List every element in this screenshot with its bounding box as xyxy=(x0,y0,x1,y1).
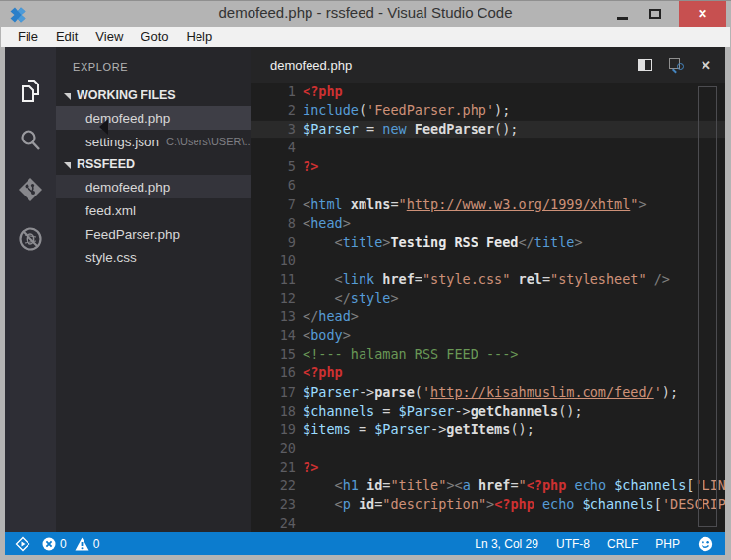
code-line[interactable]: 10 xyxy=(251,252,725,270)
code-line[interactable]: 16<?php xyxy=(251,364,725,382)
file-item-feed.xml[interactable]: feed.xml xyxy=(56,198,251,222)
code-token xyxy=(471,477,478,493)
feedback-smiley-icon[interactable] xyxy=(698,536,713,552)
line-number: 15 xyxy=(251,345,296,364)
section-label: RSSFEED xyxy=(77,157,135,171)
code-token: $items xyxy=(303,421,351,437)
menu-item-edit[interactable]: Edit xyxy=(47,27,86,47)
status-left: 0 0 xyxy=(5,536,475,552)
encoding-indicator[interactable]: UTF-8 xyxy=(556,537,590,551)
code-line[interactable]: 19$items = $Parser->getItems(); xyxy=(251,420,725,439)
code-line[interactable]: 18$channels = $Parser->getChannels(); xyxy=(251,402,725,420)
code-token: ( xyxy=(359,102,366,118)
code-line[interactable]: 23 <p id="description"><?php echo $chann… xyxy=(251,495,725,514)
eol-indicator[interactable]: CRLF xyxy=(607,537,638,551)
code-line[interactable]: 15<!--- halaman RSS FEED ---> xyxy=(251,345,725,364)
file-item-settings.json[interactable]: settings.jsonC:\Users\USER\... xyxy=(56,130,251,153)
code-token: -> xyxy=(359,384,374,400)
code-line[interactable]: 11 <link href="style.css" rel="styleshee… xyxy=(251,270,725,289)
code-line[interactable]: 7<html xmlns="http://www.w3.org/1999/xht… xyxy=(251,196,725,214)
code-token: ' xyxy=(422,384,430,400)
line-number: 21 xyxy=(251,458,296,476)
line-number: 13 xyxy=(251,308,296,326)
file-item-demofeed.php[interactable]: demofeed.php xyxy=(56,175,251,198)
debug-icon[interactable] xyxy=(5,214,56,263)
code-line[interactable]: 8<head> xyxy=(251,214,725,233)
code-token xyxy=(303,496,335,512)
menu-item-goto[interactable]: Goto xyxy=(132,27,177,47)
code-token: $Parser xyxy=(303,384,359,400)
maximize-icon xyxy=(649,9,661,19)
section-header-working-files[interactable]: WORKING FILES xyxy=(56,84,251,106)
line-number: 22 xyxy=(251,476,296,495)
line-number: 7 xyxy=(251,196,296,214)
code-token xyxy=(574,496,582,512)
code-token: = xyxy=(542,271,550,287)
code-token: >< xyxy=(446,477,462,493)
code-line[interactable]: 2include('FeedParser.php'); xyxy=(251,101,725,120)
code-line[interactable]: 24 xyxy=(251,514,725,532)
file-item-style.css[interactable]: style.css xyxy=(56,246,251,269)
cursor-position[interactable]: Ln 3, Col 29 xyxy=(475,537,538,551)
code-token: > xyxy=(390,290,398,306)
editor-actions: ✕ xyxy=(638,47,711,83)
code-line[interactable]: 13</head> xyxy=(251,308,725,326)
close-tab-icon[interactable]: ✕ xyxy=(701,59,711,72)
line-number: 5 xyxy=(251,157,296,176)
error-count[interactable]: 0 xyxy=(42,537,67,551)
warning-count[interactable]: 0 xyxy=(75,537,100,551)
code-token: ' xyxy=(654,384,662,400)
code-line[interactable]: 4 xyxy=(251,139,725,157)
main-area: EXPLORE WORKING FILESdemofeed.phpsetting… xyxy=(5,47,725,532)
close-button[interactable]: ✕ xyxy=(679,1,726,27)
code-token: ); xyxy=(494,102,510,118)
activity-bar xyxy=(5,47,56,532)
code-line[interactable]: 1<?php xyxy=(251,83,725,101)
code-line[interactable]: 6 xyxy=(251,176,725,195)
file-name: demofeed.php xyxy=(85,180,170,195)
section-header-rssfeed[interactable]: RSSFEED xyxy=(56,153,251,175)
code-token: < xyxy=(303,215,310,231)
code-token: " xyxy=(399,196,407,212)
code-token: $channels xyxy=(614,477,686,493)
status-right: Ln 3, Col 29 UTF-8 CRLF PHP xyxy=(475,536,725,552)
code-token: <?php xyxy=(494,496,534,512)
language-indicator[interactable]: PHP xyxy=(655,537,680,551)
split-editor-icon[interactable] xyxy=(638,59,652,71)
minimize-button[interactable] xyxy=(607,1,637,27)
editor-group: demofeed.php ✕ 1<?php2include('FeedParse… xyxy=(251,47,725,532)
code-line[interactable]: 20 xyxy=(251,439,725,458)
code-line[interactable]: 14<body> xyxy=(251,326,725,345)
file-item-feedparser.php[interactable]: FeedParser.php xyxy=(56,222,251,246)
code-line[interactable]: 12 </style> xyxy=(251,289,725,308)
git-icon[interactable] xyxy=(5,165,56,214)
file-item-demofeed.php[interactable]: demofeed.php xyxy=(56,106,251,130)
maximize-button[interactable] xyxy=(641,1,670,27)
code-token: include xyxy=(303,102,359,118)
code-line[interactable]: 17$Parser->parse('http://kisahmuslim.com… xyxy=(251,383,725,402)
code-line[interactable]: 22 <h1 id="title"><a href="<?php echo $c… xyxy=(251,476,725,495)
code-token xyxy=(359,477,366,493)
explorer-icon[interactable] xyxy=(5,67,56,116)
code-line[interactable]: 5?> xyxy=(251,157,725,176)
git-status-item[interactable] xyxy=(15,536,30,552)
menu-item-view[interactable]: View xyxy=(86,27,132,47)
file-name: feed.xml xyxy=(85,203,136,218)
code-token: href xyxy=(478,477,511,493)
code-token: < xyxy=(335,271,343,287)
code-editor[interactable]: 1<?php2include('FeedParser.php');3$Parse… xyxy=(251,83,725,532)
tab-demofeed[interactable]: demofeed.php xyxy=(270,58,352,73)
code-line[interactable]: 9 <title>Testing RSS Feed</title> xyxy=(251,233,725,252)
close-icon: ✕ xyxy=(698,7,707,21)
code-line[interactable]: 3$Parser = new FeedParser(); xyxy=(251,120,725,139)
menu-item-file[interactable]: File xyxy=(9,27,47,47)
search-icon[interactable] xyxy=(5,116,56,165)
menu-item-help[interactable]: Help xyxy=(178,27,222,47)
preview-search-icon[interactable] xyxy=(669,58,684,72)
code-token: "description" xyxy=(382,496,486,512)
code-token: = xyxy=(351,421,374,437)
tab-bar: demofeed.php ✕ xyxy=(251,47,725,83)
vertical-scrollbar[interactable] xyxy=(698,86,717,527)
line-number: 9 xyxy=(251,233,296,252)
code-line[interactable]: 21?> xyxy=(251,458,725,476)
